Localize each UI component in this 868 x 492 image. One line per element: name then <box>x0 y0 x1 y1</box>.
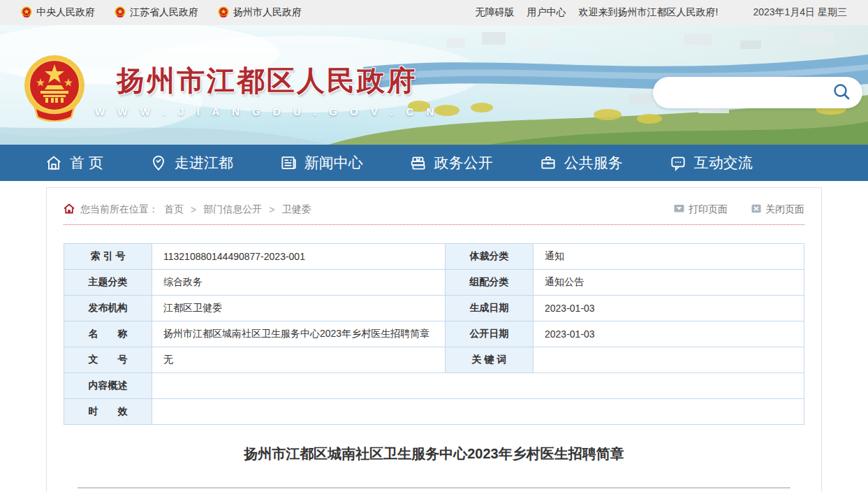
nav-item-interaction[interactable]: 互动交流 <box>669 153 753 173</box>
nav-label: 互动交流 <box>694 153 753 173</box>
national-emblem-icon <box>218 6 229 20</box>
table-row: 文 号 无 关 键 词 <box>64 347 804 373</box>
breadcrumb-item-home[interactable]: 首页 <box>164 203 184 216</box>
gov-link-label: 扬州市人民政府 <box>233 6 302 19</box>
nav-label: 政务公开 <box>434 153 493 173</box>
site-banner: 扬州市江都区人民政府 W W W . J I A N G D U . G O V… <box>0 25 868 145</box>
books-icon <box>409 154 427 172</box>
site-logo-title[interactable]: 扬州市江都区人民政府 W W W . J I A N G D U . G O V… <box>24 55 439 124</box>
table-row: 内容概述 <box>64 373 804 399</box>
gov-link-label: 江苏省人民政府 <box>130 6 198 19</box>
group-category-value: 通知公告 <box>534 270 804 296</box>
chat-icon <box>669 154 687 172</box>
accessibility-link[interactable]: 无障碍版 <box>476 6 515 19</box>
home-icon <box>45 154 63 172</box>
brand-text: 扬州市江都区人民政府 W W W . J I A N G D U . G O V… <box>95 62 439 117</box>
nav-item-gov-affairs[interactable]: 政务公开 <box>409 153 493 173</box>
site-url: W W W . J I A N G D U . G O V . C N <box>95 106 439 117</box>
current-date: 2023年1月4日 星期三 <box>753 6 847 19</box>
user-center-link[interactable]: 用户中心 <box>527 6 566 19</box>
print-icon <box>674 204 684 215</box>
article-divider <box>78 487 790 489</box>
article-title: 扬州市江都区城南社区卫生服务中心2023年乡村医生招聘简章 <box>64 444 804 463</box>
print-label: 打印页面 <box>689 203 728 216</box>
table-row: 名 称 扬州市江都区城南社区卫生服务中心2023年乡村医生招聘简章 公开日期 2… <box>64 321 804 347</box>
close-label: 关闭页面 <box>765 203 804 216</box>
genre-category-label: 体裁分类 <box>446 244 534 270</box>
created-date-value: 2023-01-03 <box>534 296 804 321</box>
table-row: 索 引 号 113210880144490877-2023-001 体裁分类 通… <box>64 244 804 270</box>
keywords-value <box>534 347 804 373</box>
nav-label: 新闻中心 <box>304 153 363 173</box>
nav-label: 公共服务 <box>564 153 623 173</box>
briefcase-icon <box>539 154 557 172</box>
topic-category-label: 主题分类 <box>64 270 152 296</box>
main-nav: 首 页 走进江都 新闻中心 政务公 <box>0 145 868 181</box>
keywords-label: 关 键 词 <box>446 347 534 373</box>
print-page-button[interactable]: 打印页面 <box>674 203 728 216</box>
gov-links: 中央人民政府 江苏省人民政府 扬州市人民政府 <box>21 6 302 20</box>
nav-item-public-service[interactable]: 公共服务 <box>539 153 623 173</box>
site-search <box>653 77 862 108</box>
link-yangzhou-gov[interactable]: 扬州市人民政府 <box>218 6 302 20</box>
breadcrumb-home-icon <box>64 203 75 216</box>
topic-category-value: 综合政务 <box>152 270 446 296</box>
search-input[interactable] <box>668 77 832 108</box>
issuing-org-value: 江都区卫健委 <box>152 296 446 321</box>
national-emblem-icon <box>115 6 126 20</box>
national-emblem-icon <box>21 6 32 20</box>
summary-value <box>152 373 804 399</box>
welcome-text: 欢迎来到扬州市江都区人民政府! <box>579 6 719 19</box>
nav-item-about-jiangdu[interactable]: 走进江都 <box>149 153 233 173</box>
doc-number-value: 无 <box>152 347 446 373</box>
page-content: 您当前所在位置： 首页 > 部门信息公开 > 卫健委 打印页面 <box>0 187 868 492</box>
table-row: 主题分类 综合政务 组配分类 通知公告 <box>64 270 804 296</box>
validity-value <box>152 399 804 425</box>
genre-category-value: 通知 <box>534 244 804 270</box>
breadcrumb-item-dept-info[interactable]: 部门信息公开 <box>203 203 262 216</box>
index-number-value: 113210880144490877-2023-001 <box>152 244 446 270</box>
close-page-button[interactable]: 关闭页面 <box>751 203 804 216</box>
created-date-label: 生成日期 <box>446 296 534 321</box>
document-meta-table: 索 引 号 113210880144490877-2023-001 体裁分类 通… <box>64 243 804 425</box>
publish-date-value: 2023-01-03 <box>534 321 804 347</box>
table-row: 发布机构 江都区卫健委 生成日期 2023-01-03 <box>64 296 804 321</box>
gov-link-label: 中央人民政府 <box>36 6 95 19</box>
group-category-label: 组配分类 <box>446 270 534 296</box>
summary-label: 内容概述 <box>64 373 152 399</box>
breadcrumb-item-health-commission[interactable]: 卫健委 <box>281 203 311 216</box>
publish-date-label: 公开日期 <box>446 321 534 347</box>
nav-item-home[interactable]: 首 页 <box>45 153 103 173</box>
close-icon <box>751 204 761 215</box>
nav-label: 走进江都 <box>175 153 233 173</box>
search-button[interactable] <box>832 83 851 103</box>
map-pin-icon <box>149 154 168 172</box>
doc-name-label: 名 称 <box>64 321 152 347</box>
table-row: 时 效 <box>64 399 804 425</box>
nav-label: 首 页 <box>70 153 103 173</box>
breadcrumb-prefix: 您当前所在位置： <box>80 203 159 216</box>
doc-name-value: 扬州市江都区城南社区卫生服务中心2023年乡村医生招聘简章 <box>152 321 446 347</box>
breadcrumb-separator: > <box>269 204 274 215</box>
issuing-org-label: 发布机构 <box>64 296 152 321</box>
content-box: 您当前所在位置： 首页 > 部门信息公开 > 卫健委 打印页面 <box>46 187 822 492</box>
newspaper-icon <box>279 154 297 172</box>
breadcrumb-row: 您当前所在位置： 首页 > 部门信息公开 > 卫健委 打印页面 <box>64 188 804 216</box>
link-central-gov[interactable]: 中央人民政府 <box>21 6 95 20</box>
breadcrumb: 您当前所在位置： 首页 > 部门信息公开 > 卫健委 <box>64 203 311 216</box>
top-utility-bar: 中央人民政府 江苏省人民政府 扬州市人民政府 无障碍版 用户中心 欢迎来到扬州市… <box>0 0 868 25</box>
search-icon <box>832 82 851 103</box>
nav-item-news-center[interactable]: 新闻中心 <box>279 153 363 173</box>
national-emblem-logo <box>24 55 85 124</box>
index-number-label: 索 引 号 <box>64 244 152 270</box>
validity-label: 时 效 <box>64 399 152 425</box>
breadcrumb-divider <box>64 224 804 225</box>
page-tools: 打印页面 关闭页面 <box>674 203 804 216</box>
doc-number-label: 文 号 <box>64 347 152 373</box>
topbar-right: 无障碍版 用户中心 欢迎来到扬州市江都区人民政府! 2023年1月4日 星期三 <box>476 6 848 19</box>
breadcrumb-separator: > <box>191 204 196 215</box>
link-jiangsu-gov[interactable]: 江苏省人民政府 <box>115 6 198 20</box>
site-title: 扬州市江都区人民政府 <box>95 62 439 100</box>
